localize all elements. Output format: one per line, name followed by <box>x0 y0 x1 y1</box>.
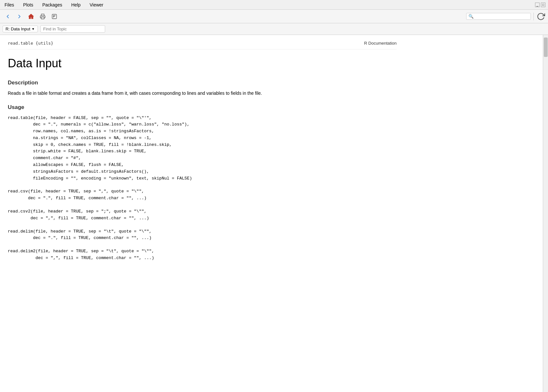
menu-packages[interactable]: Packages <box>38 1 67 9</box>
topic-selector-label: R: Data Input <box>5 27 30 31</box>
maximize-icon[interactable]: □ <box>541 3 545 7</box>
search-box[interactable]: 🔍 <box>466 13 531 20</box>
menu-viewer[interactable]: Viewer <box>85 1 108 9</box>
search-icon: 🔍 <box>468 14 474 19</box>
usage-heading: Usage <box>8 103 397 112</box>
code-block-read-csv: read.csv(file, header = TRUE, sep = ",",… <box>8 188 397 202</box>
description-text: Reads a file in table format and creates… <box>8 90 397 97</box>
search-input[interactable] <box>475 14 527 19</box>
menu-plots[interactable]: Plots <box>19 1 38 9</box>
content-area[interactable]: read.table {utils} R Documentation Data … <box>0 35 543 392</box>
code-block-read-table: read.table(file, header = FALSE, sep = "… <box>8 115 397 182</box>
menu-bar: Files Plots Packages Help Viewer ⎯ □ <box>0 0 548 10</box>
code-block-read-csv2: read.csv2(file, header = TRUE, sep = ";"… <box>8 208 397 222</box>
menu-help[interactable]: Help <box>67 1 85 9</box>
home-button[interactable] <box>26 12 36 21</box>
code-block-read-delim2: read.delim2(file, header = TRUE, sep = "… <box>8 248 397 262</box>
scrollbar-track[interactable] <box>543 35 548 392</box>
doc-package-ref: read.table {utils} <box>8 40 53 47</box>
find-button[interactable] <box>49 12 60 21</box>
main-container: read.table {utils} R Documentation Data … <box>0 35 548 392</box>
doc-header: read.table {utils} R Documentation <box>8 40 397 49</box>
print-button[interactable] <box>38 12 48 21</box>
secondary-toolbar: R: Data Input ▼ <box>0 23 548 35</box>
code-block-read-delim: read.delim(file, header = TRUE, sep = "\… <box>8 228 397 242</box>
refresh-button[interactable] <box>536 12 545 21</box>
toolbar: 🔍 <box>0 10 548 23</box>
minimize-icon[interactable]: ⎯ <box>535 3 540 7</box>
page-title: Data Input <box>8 55 397 72</box>
back-button[interactable] <box>3 12 13 21</box>
menu-files[interactable]: Files <box>0 1 19 9</box>
description-heading: Description <box>8 79 397 87</box>
topic-selector[interactable]: R: Data Input ▼ <box>3 26 38 32</box>
forward-button[interactable] <box>14 12 25 21</box>
svg-rect-1 <box>41 17 44 19</box>
chevron-down-icon: ▼ <box>32 27 35 31</box>
svg-marker-0 <box>29 14 34 18</box>
content: read.table {utils} R Documentation Data … <box>0 35 404 273</box>
scrollbar-thumb[interactable] <box>544 38 548 57</box>
find-topic-input[interactable] <box>40 25 105 33</box>
doc-r-documentation: R Documentation <box>364 40 397 47</box>
